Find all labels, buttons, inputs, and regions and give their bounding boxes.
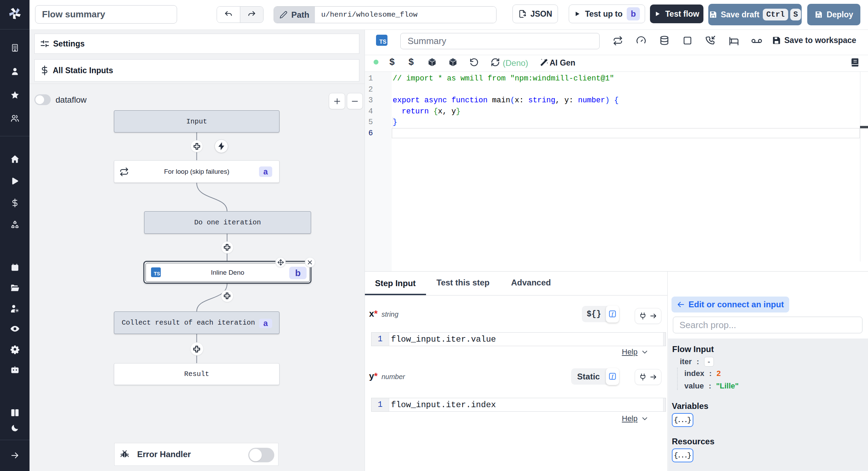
- svg-text:f: f: [612, 311, 614, 317]
- svg-text:f: f: [612, 374, 614, 379]
